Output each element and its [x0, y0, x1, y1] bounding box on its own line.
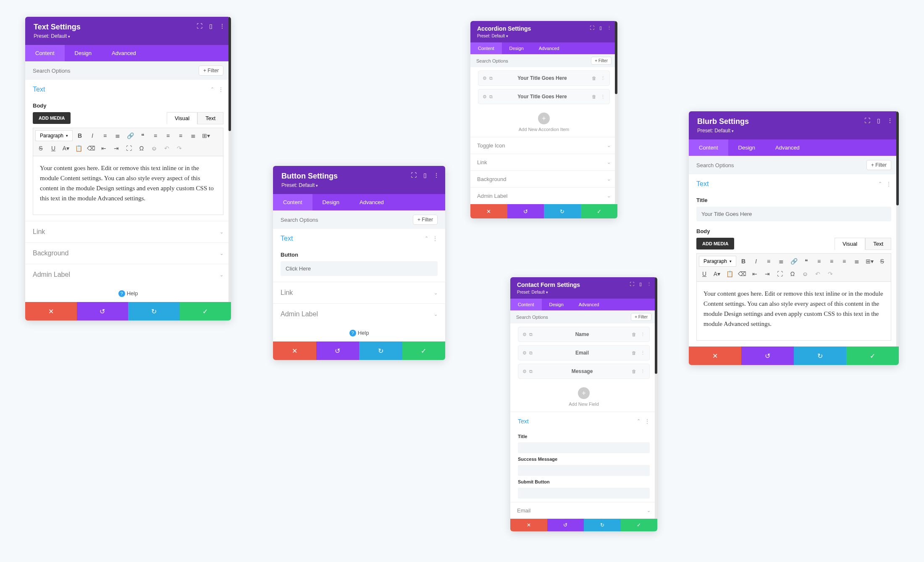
more-icon[interactable]: ⋮: [219, 23, 225, 29]
gear-icon[interactable]: ⚙: [522, 369, 527, 374]
editor-body[interactable]: Your content goes here. Edit or remove t…: [33, 156, 223, 215]
align-left-icon[interactable]: ≡: [813, 255, 825, 267]
title-input[interactable]: [696, 207, 891, 221]
tab-advanced[interactable]: Advanced: [102, 45, 146, 61]
bold-icon[interactable]: B: [74, 130, 86, 142]
redo-button[interactable]: ↻: [544, 204, 581, 218]
italic-icon[interactable]: I: [87, 130, 98, 142]
redo-button[interactable]: ↻: [794, 347, 846, 365]
add-item[interactable]: + Add New Accordion Item: [470, 108, 617, 137]
scrollbar[interactable]: [896, 111, 899, 347]
number-list-icon[interactable]: ≣: [112, 130, 123, 142]
add-field[interactable]: + Add New Field: [510, 382, 657, 412]
background-section[interactable]: Background⌄: [470, 171, 617, 187]
preset-selector[interactable]: Preset: Default: [697, 128, 890, 134]
tab-advanced[interactable]: Advanced: [571, 299, 607, 310]
contract-icon[interactable]: ⛶: [197, 23, 202, 29]
omega-icon[interactable]: Ω: [787, 268, 798, 280]
preset-selector[interactable]: Preset: Default: [281, 182, 437, 188]
cancel-button[interactable]: ✕: [510, 519, 547, 531]
submit-input[interactable]: [518, 488, 650, 499]
save-button[interactable]: ✓: [180, 302, 231, 320]
tab-design[interactable]: Design: [502, 42, 531, 54]
help-row[interactable]: ?Help: [25, 285, 231, 302]
bullet-list-icon[interactable]: ≡: [763, 255, 774, 267]
link-section[interactable]: Link⌄: [470, 154, 617, 171]
undo-button[interactable]: ↺: [507, 204, 544, 218]
strikethrough-icon[interactable]: S: [35, 142, 47, 154]
more-icon[interactable]: ⋮: [886, 181, 891, 187]
scrollbar[interactable]: [615, 21, 617, 204]
align-center-icon[interactable]: ≡: [826, 255, 837, 267]
undo-button[interactable]: ↺: [741, 347, 794, 365]
outdent-icon[interactable]: ⇤: [98, 142, 110, 154]
tab-content[interactable]: Content: [470, 42, 502, 54]
more-icon[interactable]: ⋮: [601, 76, 605, 81]
contract-icon[interactable]: ⛶: [864, 117, 870, 124]
filter-button[interactable]: + Filter: [866, 160, 891, 170]
trash-icon[interactable]: 🗑: [632, 369, 636, 374]
tab-advanced[interactable]: Advanced: [531, 42, 567, 54]
italic-icon[interactable]: I: [750, 255, 762, 267]
save-button[interactable]: ✓: [621, 519, 658, 531]
more-icon[interactable]: ⋮: [601, 94, 605, 100]
fullscreen-icon[interactable]: ⛶: [123, 142, 135, 154]
search-input[interactable]: [516, 315, 631, 320]
contract-icon[interactable]: ⛶: [630, 281, 634, 287]
clear-format-icon[interactable]: ⌫: [736, 268, 748, 280]
search-input[interactable]: [696, 162, 866, 168]
clear-format-icon[interactable]: ⌫: [85, 142, 97, 154]
text-tab[interactable]: Text: [197, 112, 223, 124]
trash-icon[interactable]: 🗑: [592, 94, 596, 100]
table-icon[interactable]: ⊞▾: [200, 130, 212, 142]
cancel-button[interactable]: ✕: [273, 341, 316, 360]
underline-icon[interactable]: U: [698, 268, 710, 280]
more-icon[interactable]: ⋮: [640, 369, 645, 374]
snap-icon[interactable]: ▯: [599, 25, 602, 31]
tab-content[interactable]: Content: [510, 299, 542, 310]
editor-body[interactable]: Your content goes here. Edit or remove t…: [696, 282, 891, 341]
search-input[interactable]: [476, 58, 591, 63]
snap-icon[interactable]: ▯: [639, 281, 642, 287]
link-section[interactable]: Link⌄: [273, 282, 445, 303]
plus-icon[interactable]: +: [538, 113, 550, 124]
more-icon[interactable]: ⋮: [887, 117, 893, 124]
trash-icon[interactable]: 🗑: [632, 332, 636, 337]
cancel-button[interactable]: ✕: [470, 204, 507, 218]
scrollbar[interactable]: [228, 17, 231, 302]
accordion-item-row[interactable]: ⚙⧉ Your Title Goes Here 🗑⋮: [478, 89, 610, 104]
button-text-input[interactable]: [281, 261, 438, 276]
save-button[interactable]: ✓: [846, 347, 899, 365]
copy-icon[interactable]: ⧉: [529, 369, 533, 374]
help-row[interactable]: ?Help: [273, 325, 445, 341]
paste-icon[interactable]: 📋: [724, 268, 735, 280]
paste-icon[interactable]: 📋: [73, 142, 84, 154]
tab-content[interactable]: Content: [273, 194, 312, 210]
accordion-item-row[interactable]: ⚙⧉ Your Title Goes Here 🗑⋮: [478, 71, 610, 86]
visual-tab[interactable]: Visual: [167, 112, 197, 124]
more-icon[interactable]: ⋮: [433, 236, 438, 242]
tab-content[interactable]: Content: [689, 139, 728, 156]
redo-button[interactable]: ↻: [359, 341, 402, 360]
more-icon[interactable]: ⋮: [607, 25, 612, 31]
more-icon[interactable]: ⋮: [433, 172, 439, 179]
copy-icon[interactable]: ⧉: [529, 332, 533, 337]
field-row[interactable]: ⚙⧉ Message 🗑⋮: [518, 364, 650, 379]
tab-design[interactable]: Design: [728, 139, 765, 156]
gear-icon[interactable]: ⚙: [483, 76, 487, 81]
tab-content[interactable]: Content: [25, 45, 65, 61]
admin-label-section[interactable]: Admin Label⌄: [25, 264, 231, 285]
tab-advanced[interactable]: Advanced: [349, 194, 394, 210]
gear-icon[interactable]: ⚙: [483, 94, 487, 100]
undo-button[interactable]: ↺: [77, 302, 129, 320]
filter-button[interactable]: + Filter: [413, 215, 438, 225]
table-icon[interactable]: ⊞▾: [864, 255, 875, 267]
trash-icon[interactable]: 🗑: [592, 76, 596, 81]
align-right-icon[interactable]: ≡: [175, 130, 186, 142]
add-media-button[interactable]: ADD MEDIA: [33, 112, 71, 124]
visual-tab[interactable]: Visual: [835, 238, 865, 250]
tab-advanced[interactable]: Advanced: [765, 139, 810, 156]
text-section-header[interactable]: Text ⌃⋮: [273, 229, 445, 248]
save-button[interactable]: ✓: [581, 204, 618, 218]
scrollbar[interactable]: [655, 277, 657, 519]
